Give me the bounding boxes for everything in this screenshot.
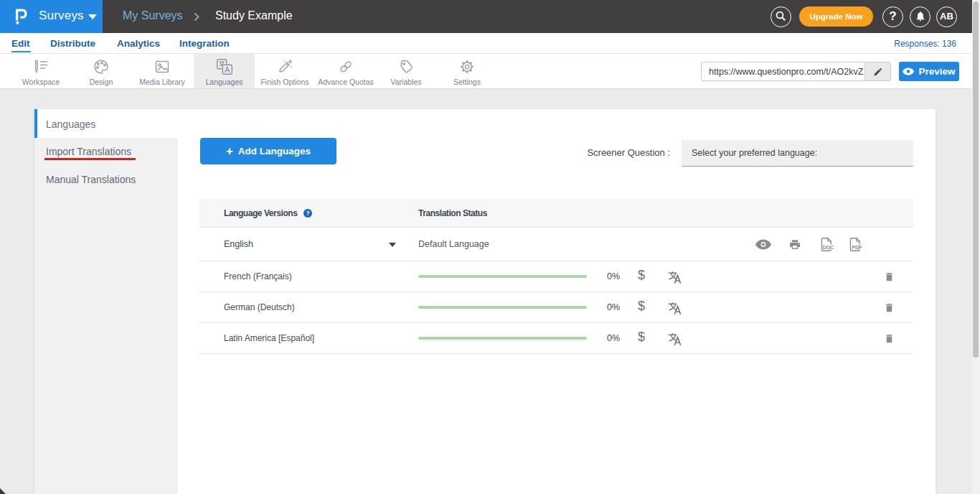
svg-text:?: ? [306,210,309,217]
svg-text:PDF: PDF [852,244,862,251]
svg-text:DOC: DOC [822,244,834,251]
